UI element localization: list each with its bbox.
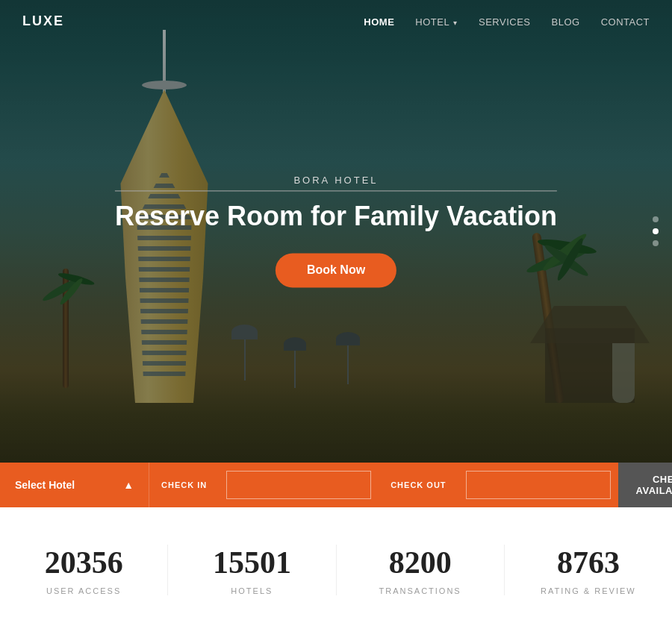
stat-label-hotels: HOTELS	[168, 586, 335, 595]
booking-bar: Select Hotel ▲ CHECK IN CHECK OUT CHECK …	[0, 463, 672, 507]
stat-number-user-access: 20356	[0, 545, 167, 580]
hero-content: BORA HOTEL Reserve Room for Family Vacat…	[115, 175, 557, 287]
stat-user-access: 20356 USER ACCESS	[0, 545, 168, 595]
hero-subtitle: BORA HOTEL	[115, 175, 557, 191]
stat-label-rating: RATING & REVIEW	[505, 586, 672, 595]
stat-rating: 8763 RATING & REVIEW	[505, 545, 672, 595]
navbar: LUXE HOME HOTEL ▾ SERVICES BLOG CONTACT	[0, 0, 672, 43]
check-out-label: CHECK OUT	[379, 480, 458, 489]
stat-label-user-access: USER ACCESS	[0, 586, 167, 595]
brand-logo: LUXE	[22, 13, 64, 29]
nav-item-contact[interactable]: CONTACT	[601, 15, 650, 28]
stat-transactions: 8200 TRANSACTIONS	[337, 545, 505, 595]
nav-item-blog[interactable]: BLOG	[552, 15, 580, 28]
check-out-section: CHECK OUT	[379, 471, 617, 499]
stat-number-rating: 8763	[505, 545, 672, 580]
nav-links: HOME HOTEL ▾ SERVICES BLOG CONTACT	[364, 15, 650, 28]
check-in-section: CHECK IN	[149, 471, 379, 499]
hero-title: Reserve Room for Family Vacation	[115, 200, 557, 232]
stat-number-hotels: 15501	[168, 545, 335, 580]
book-now-button[interactable]: Book Now	[276, 254, 396, 288]
dropdown-arrow-icon: ▾	[451, 19, 458, 27]
select-hotel-field[interactable]: Select Hotel ▲	[0, 463, 149, 507]
carousel-dot-2[interactable]	[653, 228, 659, 234]
chevron-up-icon: ▲	[123, 479, 134, 491]
check-availability-button[interactable]: CHECK AVAILABILITY ›	[618, 463, 672, 507]
carousel-dot-3[interactable]	[653, 240, 659, 246]
stat-hotels: 15501 HOTELS	[168, 545, 336, 595]
nav-item-hotel[interactable]: HOTEL ▾	[415, 15, 458, 28]
nav-item-home[interactable]: HOME	[364, 15, 394, 28]
carousel-dot-1[interactable]	[653, 216, 659, 222]
select-hotel-label: Select Hotel	[15, 479, 75, 491]
check-in-input[interactable]	[226, 471, 371, 499]
hero-section: LUXE HOME HOTEL ▾ SERVICES BLOG CONTACT …	[0, 0, 672, 463]
check-availability-label: CHECK AVAILABILITY	[636, 474, 673, 496]
carousel-dots	[653, 216, 659, 246]
check-in-label: CHECK IN	[149, 480, 219, 489]
check-out-input[interactable]	[466, 471, 611, 499]
stat-number-transactions: 8200	[337, 545, 504, 580]
stat-label-transactions: TRANSACTIONS	[337, 586, 504, 595]
nav-item-services[interactable]: SERVICES	[479, 15, 531, 28]
stats-section: 20356 USER ACCESS 15501 HOTELS 8200 TRAN…	[0, 507, 672, 617]
